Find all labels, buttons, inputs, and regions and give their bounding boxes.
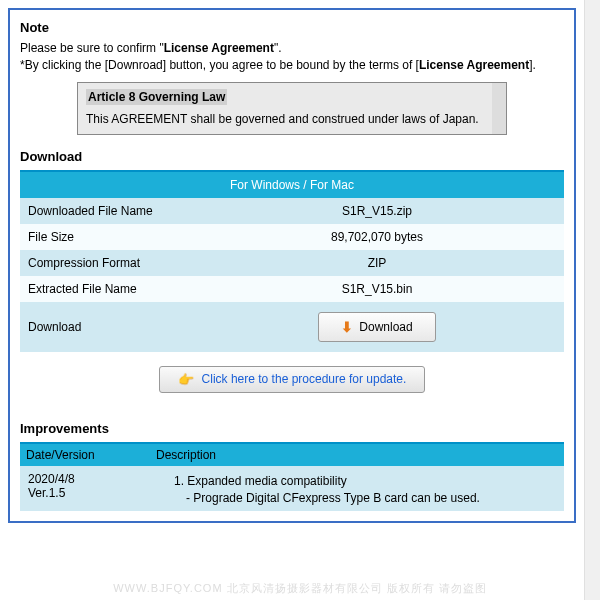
table-row-download: Download ⬇ Download bbox=[20, 302, 564, 352]
desc-cell: 1. Expanded media compatibility - Progra… bbox=[150, 466, 564, 511]
note-section: Note Please be sure to confirm "License … bbox=[20, 20, 564, 135]
row-label: File Size bbox=[20, 224, 190, 250]
download-button-label: Download bbox=[359, 320, 412, 334]
window-scrollbar[interactable] bbox=[584, 0, 600, 600]
download-cell: ⬇ Download bbox=[190, 302, 564, 352]
note-line2-post: ]. bbox=[529, 58, 536, 72]
watermark-text: WWW.BJFQY.COM 北京风清扬摄影器材有限公司 版权所有 请勿盗图 bbox=[0, 577, 600, 600]
download-icon: ⬇ bbox=[341, 319, 353, 335]
procedure-row: 👉 Click here to the procedure for update… bbox=[20, 352, 564, 407]
version-value: Ver.1.5 bbox=[28, 486, 142, 500]
license-scrollbar[interactable] bbox=[492, 83, 506, 134]
row-label: Downloaded File Name bbox=[20, 198, 190, 224]
date-value: 2020/4/8 bbox=[28, 472, 142, 486]
improvements-table: Date/Version Description 2020/4/8 Ver.1.… bbox=[20, 444, 564, 511]
row-value: 89,702,070 bytes bbox=[190, 224, 564, 250]
license-agreement-box[interactable]: Article 8 Governing Law This AGREEMENT s… bbox=[77, 82, 507, 135]
col-date: Date/Version bbox=[20, 444, 150, 466]
row-value: S1R_V15.zip bbox=[190, 198, 564, 224]
note-title: Note bbox=[20, 20, 564, 35]
hand-point-icon: 👉 bbox=[178, 372, 194, 387]
note-line1-bold: License Agreement bbox=[164, 41, 274, 55]
desc-item: 1. Expanded media compatibility bbox=[174, 472, 556, 491]
row-label: Compression Format bbox=[20, 250, 190, 276]
row-value: ZIP bbox=[190, 250, 564, 276]
note-line-1: Please be sure to confirm "License Agree… bbox=[20, 41, 564, 55]
content-panel: Note Please be sure to confirm "License … bbox=[8, 8, 576, 523]
table-row: 2020/4/8 Ver.1.5 1. Expanded media compa… bbox=[20, 466, 564, 511]
improvements-title: Improvements bbox=[20, 421, 564, 436]
table-row: Downloaded File Name S1R_V15.zip bbox=[20, 198, 564, 224]
col-desc: Description bbox=[150, 444, 564, 466]
note-line-2: *By clicking the [Downroad] button, you … bbox=[20, 58, 564, 72]
download-button[interactable]: ⬇ Download bbox=[318, 312, 435, 342]
row-label: Download bbox=[20, 302, 190, 352]
download-title: Download bbox=[20, 149, 564, 164]
table-row: Extracted File Name S1R_V15.bin bbox=[20, 276, 564, 302]
improvements-section: Improvements Date/Version Description 20… bbox=[20, 421, 564, 511]
procedure-button-label: Click here to the procedure for update. bbox=[202, 372, 407, 386]
table-header: For Windows / For Mac bbox=[20, 172, 564, 198]
download-table: For Windows / For Mac Downloaded File Na… bbox=[20, 172, 564, 352]
table-header-row: For Windows / For Mac bbox=[20, 172, 564, 198]
license-body: This AGREEMENT shall be governed and con… bbox=[86, 111, 498, 128]
row-label: Extracted File Name bbox=[20, 276, 190, 302]
note-line2-pre: *By clicking the [Downroad] button, you … bbox=[20, 58, 419, 72]
table-header-row: Date/Version Description bbox=[20, 444, 564, 466]
download-section: Download For Windows / For Mac Downloade… bbox=[20, 149, 564, 407]
row-value: S1R_V15.bin bbox=[190, 276, 564, 302]
date-cell: 2020/4/8 Ver.1.5 bbox=[20, 466, 150, 511]
note-line1-pre: Please be sure to confirm " bbox=[20, 41, 164, 55]
note-line1-post: ". bbox=[274, 41, 282, 55]
desc-sub: - Prograde Digital CFexpress Type B card… bbox=[186, 491, 556, 505]
table-row: File Size 89,702,070 bytes bbox=[20, 224, 564, 250]
license-article-title: Article 8 Governing Law bbox=[86, 89, 227, 105]
note-line2-bold: License Agreement bbox=[419, 58, 529, 72]
table-row: Compression Format ZIP bbox=[20, 250, 564, 276]
procedure-button[interactable]: 👉 Click here to the procedure for update… bbox=[159, 366, 426, 393]
